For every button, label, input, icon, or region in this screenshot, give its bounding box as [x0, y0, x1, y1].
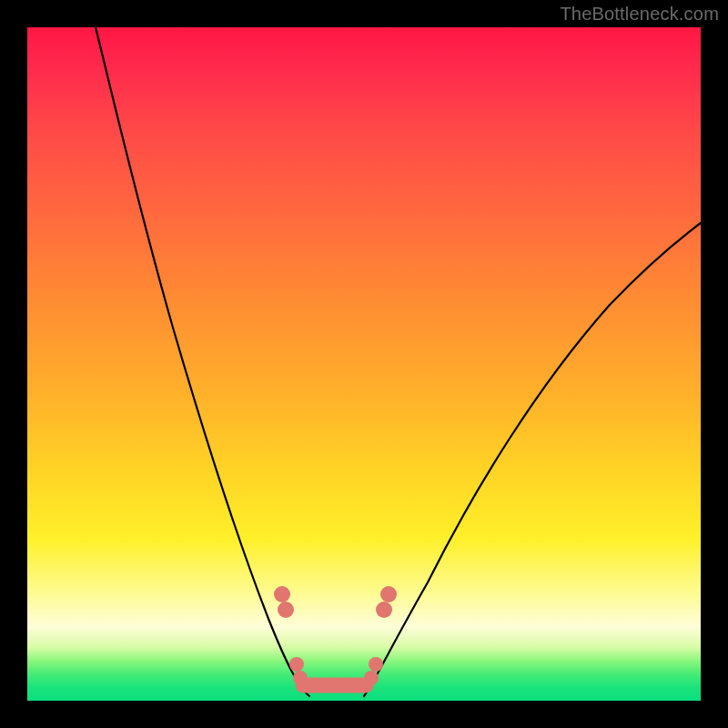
- marker-dot: [376, 602, 392, 618]
- plot-area: [27, 27, 701, 701]
- watermark-text: TheBottleneck.com: [560, 4, 719, 25]
- marker-dot: [274, 586, 290, 602]
- marker-dot: [369, 657, 383, 672]
- chart-frame: TheBottleneck.com: [0, 0, 728, 728]
- right-curve: [364, 223, 701, 696]
- curves-layer: [27, 27, 701, 701]
- marker-dot: [278, 602, 294, 618]
- marker-dot: [380, 586, 397, 602]
- marker-dot: [293, 671, 308, 685]
- marker-dot: [364, 671, 379, 685]
- marker-dot: [289, 657, 304, 672]
